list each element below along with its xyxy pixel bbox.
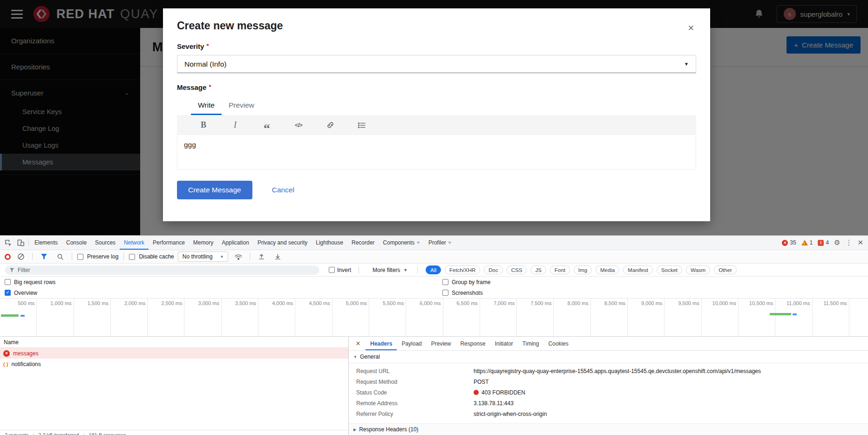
details-tab-headers[interactable]: Headers	[366, 337, 397, 350]
device-toolbar-icon[interactable]	[14, 237, 27, 249]
devtools-tab-elements[interactable]: Elements	[30, 236, 62, 250]
network-conditions-icon[interactable]	[232, 251, 244, 263]
blockquote-icon[interactable]: “	[262, 123, 272, 128]
triangle-closed-icon: ▶	[353, 428, 356, 432]
details-tab-payload[interactable]: Payload	[397, 337, 426, 350]
timeline-ruler: 500 ms1,000 ms 1,500 ms2,000 ms 2,500 ms…	[0, 299, 849, 336]
table-row[interactable]: ( ) notifications	[0, 359, 348, 369]
invert-checkbox[interactable]	[329, 267, 335, 273]
details-close-icon[interactable]: ✕	[353, 340, 364, 347]
chip-doc[interactable]: Doc	[484, 265, 502, 274]
details-tab-cookies[interactable]: Cookies	[543, 337, 573, 350]
devtools-tab-sources[interactable]: Sources	[91, 236, 120, 250]
details-tab-response[interactable]: Response	[455, 337, 490, 350]
devtools-tab-components[interactable]: Components✳	[379, 236, 424, 250]
more-filters-button[interactable]: More filters ▼	[373, 267, 407, 273]
devtools-tab-memory[interactable]: Memory	[189, 236, 217, 250]
link-icon[interactable]	[325, 121, 335, 129]
chip-wasm[interactable]: Wasm	[686, 265, 710, 274]
chip-manifest[interactable]: Manifest	[623, 265, 652, 274]
warning-icon: !	[801, 240, 808, 245]
request-list-pane: Name ✕ messages ( ) notifications 2 requ…	[0, 337, 348, 435]
severity-label: Severity*	[177, 42, 696, 50]
network-filter-funnel-icon[interactable]	[38, 251, 50, 263]
devtools-tab-recorder[interactable]: Recorder	[347, 236, 379, 250]
modal-create-message-button[interactable]: Create Message	[177, 181, 252, 199]
editor-toolbar: B I “ </>	[177, 115, 696, 135]
group-by-frame-checkbox[interactable]	[442, 279, 448, 285]
message-editor-textarea[interactable]: ggg	[177, 135, 696, 170]
chip-img[interactable]: Img	[574, 265, 592, 274]
inspect-element-icon[interactable]	[2, 237, 14, 249]
devtools-tab-lighthouse[interactable]: Lighthouse	[312, 236, 347, 250]
details-tab-initiator[interactable]: Initiator	[490, 337, 517, 350]
code-icon[interactable]: </>	[293, 122, 304, 129]
throttling-select[interactable]: No throttling ▼	[178, 251, 229, 262]
chip-js[interactable]: JS	[530, 265, 546, 274]
header-field-request-url: Request URL https://quayregistry-quay-qu…	[349, 366, 868, 376]
devtools-panel: Elements Console Sources Network Perform…	[0, 235, 868, 435]
preserve-log-checkbox[interactable]	[77, 254, 83, 260]
modal-cancel-button[interactable]: Cancel	[272, 186, 294, 194]
issues-badge[interactable]: ! 4	[818, 239, 829, 246]
triangle-open-icon: ▼	[353, 355, 357, 359]
modal-close-icon[interactable]: ✕	[688, 23, 694, 33]
bold-icon[interactable]: B	[198, 120, 209, 130]
response-headers-section-header[interactable]: ▶ Response Headers (10)	[349, 423, 868, 435]
header-field-request-method: Request Method POST	[349, 376, 868, 387]
throttle-caret-down-icon: ▼	[220, 255, 224, 259]
chip-fetch-xhr[interactable]: Fetch/XHR	[445, 265, 480, 274]
timeline-request-dash	[793, 313, 797, 315]
export-har-icon[interactable]	[271, 251, 284, 263]
details-tab-preview[interactable]: Preview	[427, 337, 456, 350]
devtools-tab-profiler[interactable]: Profiler✳	[424, 236, 456, 250]
request-type-chips: All Fetch/XHR Doc CSS JS Font Img Media …	[426, 265, 737, 274]
console-warnings-badge[interactable]: ! 1	[801, 239, 813, 246]
devtools-close-icon[interactable]: ✕	[857, 238, 863, 247]
chip-media[interactable]: Media	[596, 265, 619, 274]
chip-other[interactable]: Other	[714, 265, 737, 274]
devtools-tab-performance[interactable]: Performance	[149, 236, 189, 250]
filter-input[interactable]: Filter	[5, 265, 319, 275]
network-summary-bar: 2 requests| 2.2 kB transferred| 181 B re…	[0, 430, 348, 435]
console-errors-badge[interactable]: ✕ 35	[782, 239, 796, 246]
chip-css[interactable]: CSS	[507, 265, 527, 274]
record-network-log-icon[interactable]	[5, 254, 11, 260]
clear-network-log-icon[interactable]	[14, 251, 27, 263]
chip-socket[interactable]: Socket	[657, 265, 682, 274]
devtools-tab-privacy[interactable]: Privacy and security	[253, 236, 312, 250]
overview-checkbox[interactable]	[5, 290, 11, 296]
chip-all[interactable]: All	[426, 265, 441, 274]
big-request-rows-checkbox[interactable]	[5, 279, 11, 285]
network-options-row-1: Big request rows Group by frame	[0, 277, 868, 287]
chip-font[interactable]: Font	[550, 265, 570, 274]
network-options-row-2: Overview Screenshots	[0, 287, 868, 299]
network-toolbar: Preserve log Disable cache No throttling…	[0, 250, 868, 264]
filter-placeholder: Filter	[18, 267, 30, 273]
screenshots-checkbox[interactable]	[442, 290, 448, 296]
tab-preview[interactable]: Preview	[222, 97, 261, 115]
header-field-status-code: Status Code 403 FORBIDDEN	[349, 387, 868, 398]
devtools-kebab-menu-icon[interactable]: ⋮	[845, 238, 852, 247]
header-field-remote-address: Remote Address 3.138.78.11:443	[349, 398, 868, 408]
request-list-name-header[interactable]: Name	[0, 337, 348, 348]
general-section-header[interactable]: ▼ General	[349, 351, 868, 363]
disable-cache-checkbox[interactable]	[129, 254, 135, 260]
devtools-settings-gear-icon[interactable]: ⚙	[834, 238, 840, 247]
request-name: notifications	[11, 361, 41, 367]
table-row[interactable]: ✕ messages	[0, 348, 348, 359]
severity-select[interactable]: Normal (Info) ▼	[177, 55, 696, 73]
italic-icon[interactable]: I	[230, 120, 240, 130]
details-tab-timing[interactable]: Timing	[518, 337, 544, 350]
import-har-icon[interactable]	[255, 251, 268, 263]
bullet-list-icon[interactable]	[357, 122, 367, 129]
network-search-icon[interactable]	[54, 251, 67, 263]
request-name: messages	[13, 350, 39, 357]
devtools-tab-network[interactable]: Network	[120, 236, 149, 250]
network-overview-timeline[interactable]: 500 ms1,000 ms 1,500 ms2,000 ms 2,500 ms…	[0, 299, 868, 337]
tab-write[interactable]: Write	[191, 97, 222, 115]
devtools-tab-console[interactable]: Console	[62, 236, 91, 250]
severity-select-value: Normal (Info)	[184, 60, 226, 68]
devtools-tab-application[interactable]: Application	[217, 236, 253, 250]
header-field-referrer-policy: Referrer Policy strict-origin-when-cross…	[349, 408, 868, 419]
